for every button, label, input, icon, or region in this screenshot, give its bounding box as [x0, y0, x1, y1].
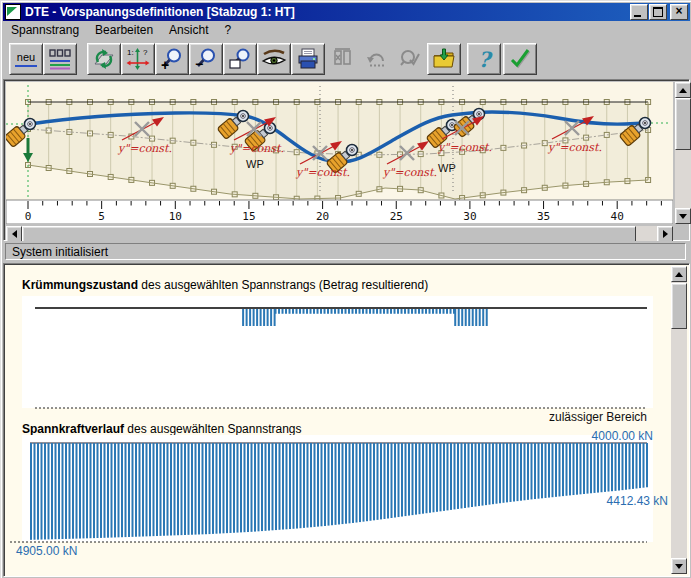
drawing-hscrollbar[interactable]	[6, 226, 673, 242]
force-bars-part	[100, 443, 102, 538]
new-strand-button[interactable]: neu	[9, 43, 43, 75]
ruler-ticks-part: 20	[316, 210, 329, 223]
panel-vscrollbar[interactable]	[671, 266, 687, 574]
curvature-bars-part	[285, 309, 287, 314]
redraw-button[interactable]	[87, 43, 121, 75]
curvature-bars-part	[355, 309, 357, 314]
menu-bearbeiten[interactable]: Bearbeiten	[87, 22, 161, 38]
scroll-down-button[interactable]	[675, 208, 691, 224]
force-start-label: 4905.00 kN	[16, 544, 77, 557]
force-bars-part	[135, 443, 137, 537]
undo-path-icon-part	[378, 65, 380, 67]
curvature-bars-part	[380, 309, 382, 314]
help-icon-part: ?	[478, 47, 493, 71]
vscroll-thumb[interactable]	[675, 98, 691, 150]
scale-axes-button[interactable]: 1: ?	[121, 43, 155, 75]
force-bars-part	[83, 443, 85, 538]
axis-top-label: 4000.00 kN	[592, 431, 653, 443]
menu-help[interactable]: ?	[216, 22, 239, 38]
window-title: DTE - Vorspanungsdefinitionen [Stabzug 1…	[25, 5, 629, 19]
force-bars-part	[247, 443, 249, 532]
force-bars-part	[289, 443, 291, 529]
force-bars-part	[534, 443, 536, 499]
curvature-bars-part	[282, 309, 284, 314]
force-bars-part	[429, 443, 431, 513]
curvature-bars-part	[486, 309, 488, 326]
maximize-button[interactable]	[649, 4, 667, 20]
drawing-vscrollbar[interactable]	[675, 82, 691, 224]
strand-list-icon	[48, 47, 72, 71]
view-eye-icon-part	[264, 51, 284, 54]
force-bars-part	[387, 443, 389, 518]
force-bars-part	[37, 443, 39, 540]
new-strand-label: neu	[17, 52, 35, 63]
scroll-right-button[interactable]	[657, 226, 673, 242]
zoom-confirm-button-disabled	[393, 43, 427, 75]
annotation-label: y"=const.	[382, 166, 437, 179]
force-bars-part	[447, 443, 449, 510]
curvature-bars-part	[352, 309, 354, 314]
menu-spannstrang[interactable]: Spannstrang	[3, 22, 87, 38]
curvature-bars-part	[359, 309, 361, 314]
force-bars-part	[471, 443, 473, 507]
scroll-up-button[interactable]	[671, 266, 687, 282]
annotation-label: y"=const.	[229, 142, 284, 155]
force-bars-part	[573, 443, 575, 495]
minimize-button[interactable]	[630, 4, 648, 20]
menu-ansicht[interactable]: Ansicht	[161, 22, 216, 38]
force-end-label: 4412.43 kN	[607, 494, 668, 508]
curvature-bars-part	[432, 309, 434, 314]
scroll-down-button[interactable]	[671, 558, 687, 574]
zoom-out-icon-part	[202, 50, 214, 62]
force-bars-part	[499, 443, 501, 503]
ruler-ticks-part: 25	[390, 210, 403, 223]
undo-path-icon	[364, 47, 388, 71]
maximize-icon	[653, 7, 663, 17]
force-bars-part	[391, 443, 393, 518]
force-bars-part	[524, 443, 526, 500]
title-bar[interactable]: DTE - Vorspanungsdefinitionen [Stabzug 1…	[3, 3, 690, 21]
curvature-bars-part	[296, 309, 298, 314]
force-bars-part	[90, 443, 92, 538]
force-bars-part	[310, 443, 312, 527]
force-bars-part	[513, 443, 515, 502]
annotation-label: y"=const.	[547, 141, 602, 154]
force-bars-part	[562, 443, 564, 496]
print-icon-part	[313, 58, 315, 60]
force-bars-part	[646, 443, 648, 487]
tendon-drawing[interactable]: y"=const. y"=const. y"=const. y"=const. …	[6, 82, 673, 224]
force-bars-part	[202, 443, 204, 534]
curvature-bars-part	[253, 309, 255, 326]
ok-check-button[interactable]	[503, 43, 537, 75]
vscroll-thumb[interactable]	[671, 283, 687, 329]
zoom-window-icon-part	[230, 60, 240, 68]
force-bars-part	[492, 443, 494, 504]
scale-axes-icon-part	[146, 61, 150, 66]
curvature-heading-bold: Krümmungszustand	[22, 278, 138, 292]
scroll-left-button[interactable]	[6, 226, 22, 242]
force-bars-part	[496, 443, 498, 504]
force-bars-part	[167, 443, 169, 536]
strand-list-button[interactable]	[43, 43, 77, 75]
close-button[interactable]: ×	[670, 4, 688, 20]
zoom-out-button[interactable]: −	[189, 43, 223, 75]
zoom-window-button[interactable]	[223, 43, 257, 75]
force-bars-part	[121, 443, 123, 537]
force-bars-part	[251, 443, 253, 532]
zoom-in-button[interactable]: +	[155, 43, 189, 75]
curvature-bars-part	[404, 309, 406, 314]
apply-folder-button[interactable]	[427, 43, 461, 75]
undo-path-icon-part	[367, 57, 374, 63]
view-eye-button[interactable]	[257, 43, 291, 75]
force-bars-part	[415, 443, 417, 515]
scroll-up-button[interactable]	[675, 82, 691, 98]
curvature-bars-part	[479, 309, 481, 326]
menu-bar: Spannstrang Bearbeiten Ansicht ?	[3, 21, 690, 39]
help-button[interactable]: ?	[467, 43, 501, 75]
edit-tendon-button-disabled	[325, 43, 359, 75]
curvature-bars-part	[246, 309, 248, 326]
curvature-bars-part	[482, 309, 484, 326]
force-bars-part	[356, 443, 358, 523]
hscroll-thumb[interactable]	[22, 226, 636, 242]
print-button[interactable]	[291, 43, 325, 75]
